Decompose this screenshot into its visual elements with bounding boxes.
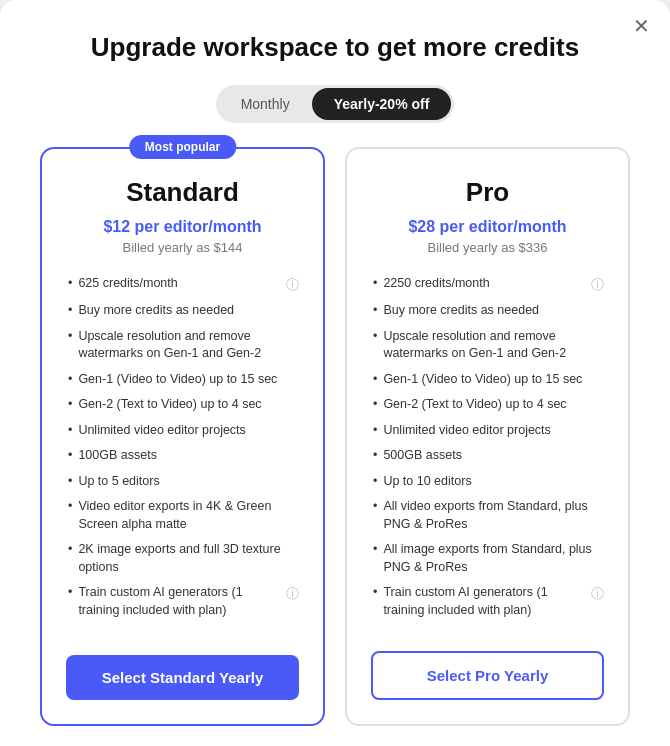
list-item: Gen-1 (Video to Video) up to 15 sec <box>66 371 299 389</box>
list-item: Buy more credits as needed <box>66 302 299 320</box>
info-icon: ⓘ <box>591 585 604 603</box>
list-item: Gen-2 (Text to Video) up to 4 sec <box>66 396 299 414</box>
close-button[interactable]: ✕ <box>633 16 650 36</box>
list-item: Up to 5 editors <box>66 473 299 491</box>
list-item: Upscale resolution and remove watermarks… <box>371 328 604 363</box>
upgrade-modal: ✕ Upgrade workspace to get more credits … <box>0 0 670 746</box>
list-item: Gen-2 (Text to Video) up to 4 sec <box>371 396 604 414</box>
info-icon: ⓘ <box>286 585 299 603</box>
list-item: Train custom AI generators (1 training i… <box>371 584 604 619</box>
list-item: 2K image exports and full 3D texture opt… <box>66 541 299 576</box>
standard-plan-price: $12 per editor/month <box>66 218 299 236</box>
standard-plan-name: Standard <box>66 177 299 208</box>
modal-title: Upgrade workspace to get more credits <box>40 32 630 63</box>
monthly-toggle[interactable]: Monthly <box>219 88 312 120</box>
select-standard-button[interactable]: Select Standard Yearly <box>66 655 299 700</box>
standard-features-list: 625 credits/monthⓘ Buy more credits as n… <box>66 275 299 631</box>
list-item: All image exports from Standard, plus PN… <box>371 541 604 576</box>
list-item: Video editor exports in 4K & Green Scree… <box>66 498 299 533</box>
pro-plan-name: Pro <box>371 177 604 208</box>
pro-plan-card: Pro $28 per editor/month Billed yearly a… <box>345 147 630 726</box>
list-item: 500GB assets <box>371 447 604 465</box>
list-item: 625 credits/monthⓘ <box>66 275 299 294</box>
most-popular-badge: Most popular <box>129 135 236 159</box>
list-item: Up to 10 editors <box>371 473 604 491</box>
list-item: Unlimited video editor projects <box>371 422 604 440</box>
info-icon: ⓘ <box>591 276 604 294</box>
list-item: Train custom AI generators (1 training i… <box>66 584 299 619</box>
pro-plan-price: $28 per editor/month <box>371 218 604 236</box>
standard-plan-card: Most popular Standard $12 per editor/mon… <box>40 147 325 726</box>
pro-features-list: 2250 credits/monthⓘ Buy more credits as … <box>371 275 604 627</box>
list-item: 2250 credits/monthⓘ <box>371 275 604 294</box>
plans-container: Most popular Standard $12 per editor/mon… <box>40 147 630 726</box>
info-icon: ⓘ <box>286 276 299 294</box>
yearly-toggle[interactable]: Yearly-20% off <box>312 88 452 120</box>
standard-plan-billed: Billed yearly as $144 <box>66 240 299 255</box>
list-item: All video exports from Standard, plus PN… <box>371 498 604 533</box>
list-item: Buy more credits as needed <box>371 302 604 320</box>
pro-plan-billed: Billed yearly as $336 <box>371 240 604 255</box>
select-pro-button[interactable]: Select Pro Yearly <box>371 651 604 700</box>
billing-toggle-pill: Monthly Yearly-20% off <box>216 85 455 123</box>
list-item: 100GB assets <box>66 447 299 465</box>
billing-toggle-container: Monthly Yearly-20% off <box>40 85 630 123</box>
list-item: Upscale resolution and remove watermarks… <box>66 328 299 363</box>
list-item: Gen-1 (Video to Video) up to 15 sec <box>371 371 604 389</box>
list-item: Unlimited video editor projects <box>66 422 299 440</box>
